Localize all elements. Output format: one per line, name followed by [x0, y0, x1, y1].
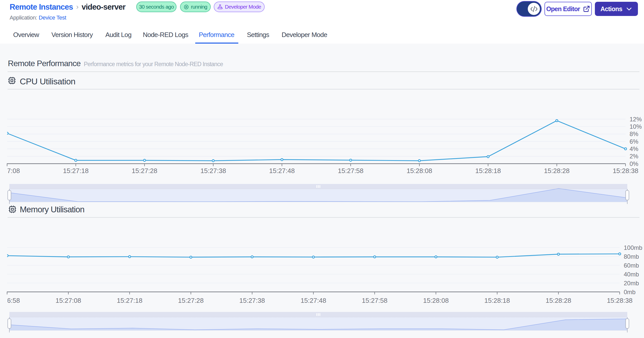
svg-text:15:27:38: 15:27:38 [200, 167, 226, 175]
svg-text:15:27:58: 15:27:58 [338, 167, 363, 175]
svg-text:15:27:28: 15:27:28 [132, 167, 157, 175]
svg-text:15:27:18: 15:27:18 [117, 297, 142, 304]
svg-text:15:27:38: 15:27:38 [239, 297, 265, 304]
svg-text:15:27:08: 15:27:08 [55, 297, 81, 304]
svg-text:0%: 0% [630, 160, 638, 167]
svg-text:0mb: 0mb [624, 289, 636, 295]
svg-text:15:27:08: 15:27:08 [0, 167, 20, 175]
svg-text:20mb: 20mb [624, 280, 639, 287]
svg-text:15:28:18: 15:28:18 [484, 297, 510, 304]
svg-text:15:27:48: 15:27:48 [301, 297, 326, 304]
svg-text:12%: 12% [630, 116, 642, 123]
svg-text:4%: 4% [630, 145, 638, 152]
svg-text:40mb: 40mb [624, 271, 639, 278]
svg-text:8%: 8% [630, 130, 638, 137]
svg-text:6%: 6% [630, 138, 638, 145]
svg-text:15:28:08: 15:28:08 [406, 167, 432, 175]
svg-text:80mb: 80mb [624, 253, 639, 260]
svg-text:15:27:28: 15:27:28 [178, 297, 204, 304]
svg-text:2%: 2% [630, 153, 638, 160]
svg-text:15:27:48: 15:27:48 [269, 167, 295, 175]
svg-text:15:28:28: 15:28:28 [544, 167, 570, 175]
svg-text:15:27:58: 15:27:58 [362, 297, 387, 304]
svg-text:60mb: 60mb [624, 262, 639, 269]
svg-text:10%: 10% [630, 123, 642, 130]
svg-text:15:28:28: 15:28:28 [545, 297, 571, 304]
svg-text:15:28:08: 15:28:08 [423, 297, 449, 304]
svg-text:15:28:18: 15:28:18 [475, 167, 501, 175]
svg-text:15:28:38: 15:28:38 [613, 167, 638, 175]
svg-text:15:27:18: 15:27:18 [63, 167, 89, 175]
svg-text:15:28:38: 15:28:38 [607, 297, 632, 304]
svg-text:15:26:58: 15:26:58 [0, 297, 20, 304]
svg-text:100mb: 100mb [624, 244, 642, 251]
